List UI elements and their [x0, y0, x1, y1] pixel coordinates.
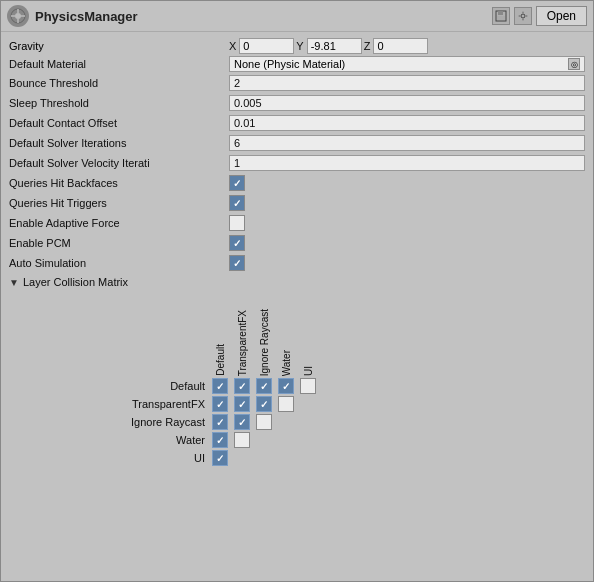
matrix-row-transparentfx-label: TransparentFX: [29, 398, 209, 410]
col-header-water: Water: [275, 296, 297, 376]
checkbox-default-water[interactable]: [278, 378, 294, 394]
default-solver-velocity-row: Default Solver Velocity Iterati: [9, 154, 585, 172]
col-header-ignore-raycast-text: Ignore Raycast: [259, 309, 270, 376]
bounce-threshold-input[interactable]: [229, 75, 585, 91]
checkbox-ir-tfx[interactable]: [234, 414, 250, 430]
material-picker-button[interactable]: ◎: [568, 58, 580, 70]
checkbox-ir-default[interactable]: [212, 414, 228, 430]
matrix-row-ui: UI: [29, 450, 585, 466]
default-solver-velocity-input[interactable]: [229, 155, 585, 171]
default-material-label: Default Material: [9, 58, 229, 70]
physics-manager-icon: [7, 5, 29, 27]
col-header-water-text: Water: [281, 350, 292, 376]
matrix-cell-ir-ir: [253, 414, 275, 430]
checkbox-tfx-water[interactable]: [278, 396, 294, 412]
matrix-cell-tfx-water: [275, 396, 297, 412]
default-solver-velocity-label: Default Solver Velocity Iterati: [9, 157, 229, 169]
sleep-threshold-row: Sleep Threshold: [9, 94, 585, 112]
col-header-ui: UI: [297, 296, 319, 376]
matrix-cell-water-default: [209, 432, 231, 448]
checkbox-default-transparentfx[interactable]: [234, 378, 250, 394]
gravity-label: Gravity: [9, 40, 229, 52]
checkbox-default-default[interactable]: [212, 378, 228, 394]
x-axis-label: X: [229, 40, 236, 52]
matrix-row-ignoreraycast: Ignore Raycast: [29, 414, 585, 430]
gravity-z-input[interactable]: [373, 38, 428, 54]
bounce-threshold-label: Bounce Threshold: [9, 77, 229, 89]
matrix-cell-ir-tfx: [231, 414, 253, 430]
checkbox-ui-default[interactable]: [212, 450, 228, 466]
default-contact-offset-row: Default Contact Offset: [9, 114, 585, 132]
default-contact-offset-input[interactable]: [229, 115, 585, 131]
col-header-ignore-raycast: Ignore Raycast: [253, 296, 275, 376]
enable-pcm-checkbox[interactable]: ✓: [229, 235, 245, 251]
checkbox-tfx-ignoreraycast[interactable]: [256, 396, 272, 412]
layer-collision-section-header[interactable]: ▼ Layer Collision Matrix: [9, 276, 585, 288]
title-bar: PhysicsManager Open: [1, 1, 593, 32]
save-icon-button[interactable]: [492, 7, 510, 25]
checkbox-water-default[interactable]: [212, 432, 228, 448]
title-bar-left: PhysicsManager: [7, 5, 138, 27]
gravity-y-field: Y: [296, 38, 361, 54]
enable-adaptive-force-label: Enable Adaptive Force: [9, 217, 229, 229]
checkbox-water-tfx[interactable]: [234, 432, 250, 448]
auto-simulation-row: Auto Simulation ✓: [9, 254, 585, 272]
checkbox-tfx-default[interactable]: [212, 396, 228, 412]
default-material-value: None (Physic Material) ◎: [229, 56, 585, 72]
svg-point-1: [15, 13, 21, 19]
matrix-row-transparentfx: TransparentFX: [29, 396, 585, 412]
checkbox-tfx-tfx[interactable]: [234, 396, 250, 412]
y-axis-label: Y: [296, 40, 303, 52]
default-material-row: Default Material None (Physic Material) …: [9, 56, 585, 72]
col-header-ui-text: UI: [303, 366, 314, 376]
checkbox-default-ignoreraycast[interactable]: [256, 378, 272, 394]
section-triangle-icon: ▼: [9, 277, 19, 288]
col-header-transparentfx-text: TransparentFX: [237, 310, 248, 376]
matrix-cell-default-transparentfx: [231, 378, 253, 394]
matrix-cell-tfx-ignoreraycast: [253, 396, 275, 412]
matrix-cell-tfx-tfx: [231, 396, 253, 412]
checkbox-default-ui[interactable]: [300, 378, 316, 394]
queries-hit-triggers-row: Queries Hit Triggers ✓: [9, 194, 585, 212]
layer-collision-matrix: Default TransparentFX Ignore Raycast Wat…: [9, 292, 585, 472]
default-contact-offset-label: Default Contact Offset: [9, 117, 229, 129]
default-solver-iterations-input[interactable]: [229, 135, 585, 151]
matrix-cell-ir-default: [209, 414, 231, 430]
matrix-cell-default-ui: [297, 378, 319, 394]
matrix-row-water: Water: [29, 432, 585, 448]
default-solver-iterations-row: Default Solver Iterations: [9, 134, 585, 152]
queries-hit-backfaces-label: Queries Hit Backfaces: [9, 177, 229, 189]
svg-point-9: [521, 14, 525, 18]
open-button[interactable]: Open: [536, 6, 587, 26]
col-header-transparentfx: TransparentFX: [231, 296, 253, 376]
enable-adaptive-force-checkbox[interactable]: [229, 215, 245, 231]
gravity-y-input[interactable]: [307, 38, 362, 54]
enable-pcm-label: Enable PCM: [9, 237, 229, 249]
matrix-row-ignoreraycast-label: Ignore Raycast: [29, 416, 209, 428]
matrix-wrapper: Default TransparentFX Ignore Raycast Wat…: [29, 296, 585, 466]
checkbox-ir-ir[interactable]: [256, 414, 272, 430]
matrix-cell-default-default: [209, 378, 231, 394]
queries-hit-triggers-label: Queries Hit Triggers: [9, 197, 229, 209]
bounce-threshold-row: Bounce Threshold: [9, 74, 585, 92]
sleep-threshold-input[interactable]: [229, 95, 585, 111]
matrix-row-default-label: Default: [29, 380, 209, 392]
gravity-fields: X Y Z: [229, 38, 585, 54]
auto-simulation-checkbox[interactable]: ✓: [229, 255, 245, 271]
matrix-row-ui-label: UI: [29, 452, 209, 464]
matrix-cell-tfx-default: [209, 396, 231, 412]
auto-simulation-label: Auto Simulation: [9, 257, 229, 269]
matrix-row-default: Default: [29, 378, 585, 394]
matrix-row-water-label: Water: [29, 434, 209, 446]
gear-icon-button[interactable]: [514, 7, 532, 25]
gravity-x-input[interactable]: [239, 38, 294, 54]
window-title: PhysicsManager: [35, 9, 138, 24]
queries-hit-backfaces-checkbox[interactable]: ✓: [229, 175, 245, 191]
enable-adaptive-force-row: Enable Adaptive Force: [9, 214, 585, 232]
layer-collision-section-label: Layer Collision Matrix: [23, 276, 128, 288]
queries-hit-triggers-checkbox[interactable]: ✓: [229, 195, 245, 211]
physics-manager-window: PhysicsManager Open Gravity: [0, 0, 594, 582]
default-solver-iterations-label: Default Solver Iterations: [9, 137, 229, 149]
gravity-x-field: X: [229, 38, 294, 54]
title-bar-right: Open: [492, 6, 587, 26]
